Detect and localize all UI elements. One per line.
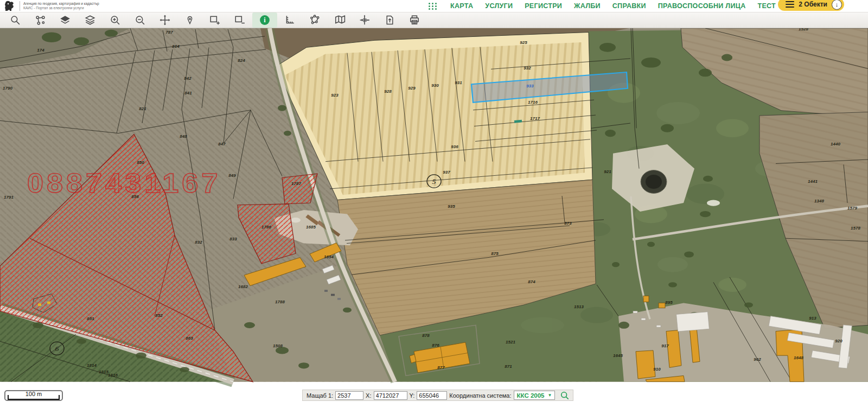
y-coordinate-input[interactable] <box>417 391 447 400</box>
parcel-label: 847 <box>218 142 226 146</box>
measure-length-button[interactable] <box>277 12 302 28</box>
parcel-label: 935 <box>448 205 455 209</box>
layers-button[interactable] <box>78 12 103 28</box>
zoom-in-icon <box>110 15 120 25</box>
nav-item-test[interactable]: ТЕСТ <box>757 2 776 10</box>
x-coordinate-input[interactable] <box>374 391 407 400</box>
folded-map-icon <box>334 15 346 25</box>
layers-stack-icon <box>85 15 95 25</box>
parcel-label: 1441 <box>808 179 818 184</box>
parcel-label: 1787 <box>291 182 302 187</box>
scale-input[interactable] <box>335 391 363 400</box>
zoom-rect-in-button[interactable] <box>202 12 227 28</box>
parcel-label: 925 <box>520 40 527 45</box>
x-label: X: <box>366 392 371 399</box>
apps-grid-icon[interactable] <box>429 3 437 10</box>
base-layer-button[interactable] <box>53 12 78 28</box>
parcel-label: 850 <box>137 161 144 165</box>
parcel-label: 1645 <box>613 353 623 358</box>
parcel-label: 1685 <box>306 225 316 229</box>
objects-button[interactable]: 2 Обекти ↓ <box>778 0 844 11</box>
download-objects-button[interactable]: ↓ <box>832 0 842 10</box>
parcel-label: 1716 <box>528 100 538 105</box>
parcel-label: 842 <box>184 76 192 81</box>
parcel-label: 1682 <box>238 285 248 290</box>
parcel-label: 832 <box>195 240 202 245</box>
parcel-label: 856 <box>131 194 139 199</box>
coordinates-button[interactable] <box>352 12 377 28</box>
scale-bar-label: 100 m <box>25 391 42 397</box>
parcel-label: 849 <box>228 173 236 178</box>
parcel-label: 1790 <box>3 86 13 91</box>
parcel-label: 878 <box>422 333 430 338</box>
parcel-label: 1791 <box>4 195 14 200</box>
parcel-label: 937 <box>443 170 450 175</box>
parcel-label: 1717 <box>530 117 540 122</box>
parcel-label: 928 <box>384 89 392 94</box>
parcel-label: 873 <box>564 221 572 226</box>
parcel-label: 936 <box>451 144 458 149</box>
map-canvas[interactable]: 0887431167 17478781482484284182117901791… <box>0 28 868 408</box>
pan-button[interactable] <box>152 12 177 28</box>
chevron-down-icon: ▼ <box>548 393 552 398</box>
parcel-label: 917 <box>661 344 669 349</box>
parcel-label: 913 <box>809 316 816 321</box>
lion-emblem-icon <box>3 1 16 11</box>
parcel-label: 895 <box>665 300 673 305</box>
map-status-bar: Мащаб 1: X: Y: Координатна система: ККС … <box>302 390 573 401</box>
parcel-label: 1786 <box>261 225 272 229</box>
measure-route-button[interactable] <box>28 12 53 28</box>
locate-button[interactable] <box>177 12 202 28</box>
search-tool-button[interactable] <box>3 12 28 28</box>
nav-item-uslugi[interactable]: УСЛУГИ <box>485 2 513 10</box>
nav-item-pravosposobni-lica[interactable]: ПРАВОСПОСОБНИ ЛИЦА <box>658 2 746 10</box>
parcel-label: 930 <box>431 83 439 88</box>
parcel-label: 910 <box>653 367 661 372</box>
goto-coordinates-button[interactable] <box>560 391 569 400</box>
measure-area-button[interactable] <box>302 12 327 28</box>
zoom-in-button[interactable] <box>103 12 127 28</box>
crs-dropdown[interactable]: ККС 2005 ▼ <box>514 391 556 400</box>
overview-map-button[interactable] <box>327 12 352 28</box>
nav-item-spravki[interactable]: СПРАВКИ <box>612 2 646 10</box>
layer-icon <box>60 15 71 25</box>
zoom-out-button[interactable] <box>127 12 152 28</box>
export-button[interactable] <box>377 12 402 28</box>
scale-ruler-icon <box>284 15 295 25</box>
main-nav: КАРТА УСЛУГИ РЕГИСТРИ ЖАЛБИ СПРАВКИ ПРАВ… <box>429 0 776 12</box>
agency-name: Агенция по геодезия, картография и кадас… <box>23 2 99 6</box>
parcel-label: 929 <box>408 86 416 91</box>
parcel-label: 921 <box>604 169 611 174</box>
nav-item-registri[interactable]: РЕГИСТРИ <box>525 2 562 10</box>
nav-item-karta[interactable]: КАРТА <box>450 2 473 10</box>
scale-bar: 100 m <box>4 390 63 401</box>
nav-item-zhalbi[interactable]: ЖАЛБИ <box>574 2 601 10</box>
parcel-label: 1816 <box>108 373 118 378</box>
parcel-label: 875 <box>491 251 499 256</box>
parcel-label: 814 <box>172 44 180 49</box>
parcel-label: 874 <box>528 279 535 284</box>
parcel-label: 1648 <box>794 355 804 360</box>
parcel-label: 923 <box>331 93 339 98</box>
parcel-label: 1578 <box>851 226 861 231</box>
parcel-label: 902 <box>754 358 761 362</box>
parcel-label: 1579 <box>847 206 858 211</box>
parcel-label: 1508 <box>273 344 283 349</box>
objects-count-label: 2 Обекти <box>799 1 827 8</box>
info-tool-button[interactable]: i <box>252 12 277 28</box>
parcel-label: 876 <box>432 343 439 348</box>
agency-logo[interactable]: Агенция по геодезия, картография и кадас… <box>0 1 99 11</box>
zoom-rect-out-button[interactable] <box>227 12 252 28</box>
print-button[interactable] <box>402 12 427 28</box>
search-icon <box>10 15 21 25</box>
parcel-label: 933 <box>526 84 534 88</box>
parcel-label: 1513 <box>574 304 584 309</box>
info-icon: i <box>259 15 270 25</box>
hamburger-icon <box>786 1 794 8</box>
printer-icon <box>409 15 420 25</box>
parcel-label: 787 <box>165 30 173 35</box>
parcel-label: 871 <box>505 364 512 369</box>
parcel-label: 851 <box>87 316 94 321</box>
y-label: Y: <box>410 392 415 399</box>
parcel-label: 931 <box>455 81 462 86</box>
